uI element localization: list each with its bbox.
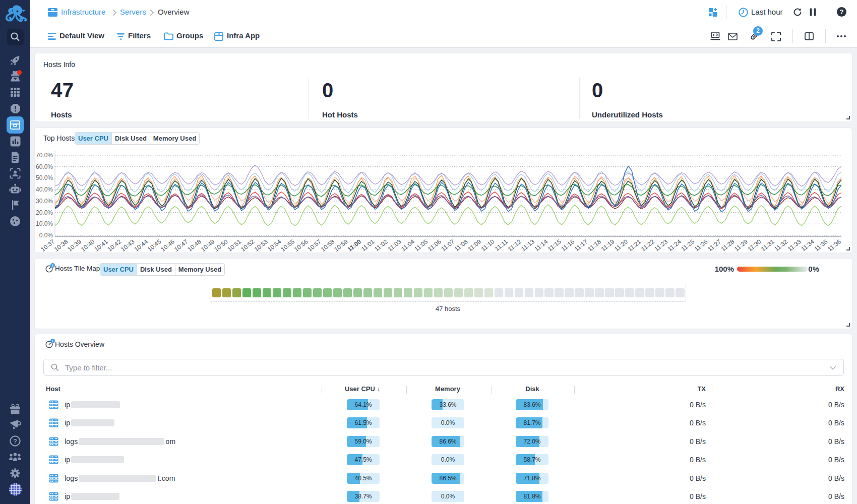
svg-text:11:11: 11:11: [494, 238, 509, 253]
svg-text:10:43: 10:43: [119, 238, 136, 253]
svg-text:10:57: 10:57: [306, 238, 323, 253]
svg-text:10:53: 10:53: [253, 238, 270, 253]
svg-text:11:23: 11:23: [653, 238, 669, 253]
svg-text:11:05: 11:05: [413, 238, 430, 253]
svg-text:20.0%: 20.0%: [36, 209, 53, 216]
svg-text:11:18: 11:18: [586, 238, 602, 253]
svg-text:10:39: 10:39: [66, 238, 83, 253]
svg-text:10:59: 10:59: [333, 238, 349, 253]
svg-text:10:37: 10:37: [40, 238, 56, 253]
svg-text:0.0%: 0.0%: [39, 232, 53, 239]
svg-text:10:52: 10:52: [239, 238, 256, 253]
svg-text:11:04: 11:04: [400, 238, 416, 253]
svg-text:10:42: 10:42: [106, 238, 123, 253]
svg-text:11:07: 11:07: [440, 238, 456, 253]
svg-text:11:15: 11:15: [546, 238, 563, 253]
svg-text:10:40: 10:40: [80, 238, 96, 253]
svg-text:11:17: 11:17: [573, 238, 589, 253]
svg-text:10:51: 10:51: [226, 238, 243, 253]
svg-text:10.0%: 10.0%: [36, 220, 53, 227]
svg-text:11:30: 11:30: [747, 238, 763, 253]
svg-text:50.0%: 50.0%: [36, 174, 53, 181]
svg-text:10:44: 10:44: [133, 238, 150, 253]
svg-text:11:10: 11:10: [480, 238, 496, 253]
svg-text:10:58: 10:58: [320, 238, 336, 253]
svg-text:11:14: 11:14: [533, 238, 549, 253]
svg-text:11:09: 11:09: [466, 238, 482, 253]
svg-text:11:06: 11:06: [426, 238, 443, 253]
svg-text:11:33: 11:33: [786, 238, 803, 253]
svg-text:10:47: 10:47: [173, 238, 190, 253]
svg-text:11:35: 11:35: [813, 238, 829, 253]
svg-text:11:25: 11:25: [680, 238, 696, 253]
svg-text:11:08: 11:08: [453, 238, 469, 253]
svg-text:40.0%: 40.0%: [36, 186, 53, 193]
svg-text:10:55: 10:55: [279, 238, 296, 253]
svg-text:11:21: 11:21: [627, 238, 643, 253]
svg-text:10:46: 10:46: [160, 238, 176, 253]
svg-text:10:41: 10:41: [93, 238, 109, 253]
svg-text:?: ?: [13, 437, 17, 445]
svg-text:11:24: 11:24: [666, 238, 683, 253]
svg-text:10:49: 10:49: [200, 238, 216, 253]
svg-text:11:22: 11:22: [640, 238, 656, 253]
svg-text:11:19: 11:19: [600, 238, 616, 253]
svg-text:10:56: 10:56: [293, 238, 310, 253]
svg-text:11:29: 11:29: [733, 238, 749, 253]
svg-text:11:01: 11:01: [360, 238, 376, 253]
svg-text:30.0%: 30.0%: [36, 198, 53, 205]
svg-text:10:48: 10:48: [186, 238, 203, 253]
svg-text:11:31: 11:31: [760, 238, 776, 253]
svg-text:11:26: 11:26: [693, 238, 709, 253]
svg-text:11:34: 11:34: [800, 238, 816, 253]
svg-text:10:38: 10:38: [53, 238, 70, 253]
svg-text:11:27: 11:27: [706, 238, 722, 253]
svg-text:11:00: 11:00: [346, 238, 363, 253]
svg-text:70.0%: 70.0%: [36, 152, 53, 159]
svg-text:11:02: 11:02: [373, 238, 389, 253]
svg-text:10:54: 10:54: [266, 238, 283, 253]
svg-text:60.0%: 60.0%: [36, 163, 53, 170]
svg-text:10:50: 10:50: [213, 238, 229, 253]
svg-text:11:12: 11:12: [507, 238, 523, 253]
svg-text:11:20: 11:20: [613, 238, 629, 253]
svg-text:10:45: 10:45: [146, 238, 163, 253]
svg-text:11:28: 11:28: [720, 238, 736, 253]
svg-text:11:03: 11:03: [387, 238, 403, 253]
svg-text:11:36: 11:36: [826, 238, 842, 253]
svg-text:11:16: 11:16: [560, 238, 576, 253]
svg-text:11:32: 11:32: [773, 238, 789, 253]
svg-text:11:13: 11:13: [520, 238, 536, 253]
